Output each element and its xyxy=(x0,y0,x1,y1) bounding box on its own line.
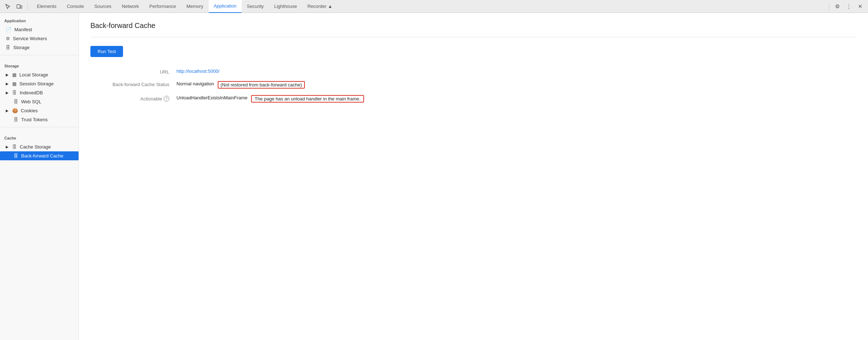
settings-icon[interactable]: ⚙ xyxy=(832,1,842,11)
divider-2 xyxy=(0,127,79,127)
back-forward-cache-icon: 🗄 xyxy=(14,153,18,159)
web-sql-icon: 🗄 xyxy=(14,99,18,104)
more-icon[interactable]: ⋮ xyxy=(844,1,854,11)
sidebar-item-cache-storage-label: Cache Storage xyxy=(20,144,51,150)
sidebar: Application 📄 Manifest ⚙ Service Workers… xyxy=(0,13,79,340)
actionable-badge: The page has an unload handler in the ma… xyxy=(251,95,364,103)
close-icon[interactable]: ✕ xyxy=(855,1,865,11)
tab-performance[interactable]: Performance xyxy=(144,0,181,13)
url-link[interactable]: http://localhost:5000/ xyxy=(176,69,220,74)
sidebar-item-indexeddb-label: IndexedDB xyxy=(20,90,43,95)
sidebar-item-session-storage-label: Session Storage xyxy=(19,81,53,86)
chevron-right-icon: ▶ xyxy=(6,73,9,77)
local-storage-icon: ▦ xyxy=(12,72,16,77)
tab-lighthouse[interactable]: Lighthouse xyxy=(269,0,302,13)
tabs-list: Elements Console Sources Network Perform… xyxy=(32,0,827,13)
indexeddb-icon: 🗄 xyxy=(12,90,17,95)
divider xyxy=(27,3,28,10)
sidebar-item-web-sql-label: Web SQL xyxy=(21,99,41,104)
divider-right xyxy=(829,3,829,10)
device-toggle-icon[interactable] xyxy=(14,1,24,11)
manifest-icon: 📄 xyxy=(6,27,11,32)
service-workers-icon: ⚙ xyxy=(6,36,10,41)
cache-status-normal-text: Normal navigation xyxy=(176,81,214,86)
divider-1 xyxy=(0,55,79,55)
tab-recorder[interactable]: Recorder ▲ xyxy=(302,0,338,13)
storage-app-icon: 🗄 xyxy=(6,45,10,50)
actionable-label-text: Actionable xyxy=(140,96,162,101)
svg-rect-0 xyxy=(17,5,20,8)
sidebar-item-manifest[interactable]: 📄 Manifest xyxy=(0,25,79,34)
sidebar-item-manifest-label: Manifest xyxy=(14,27,32,32)
cookies-icon: 🍪 xyxy=(12,108,18,113)
session-storage-icon: ▦ xyxy=(12,81,16,86)
sidebar-section-application: Application xyxy=(0,13,79,25)
sidebar-item-cache-storage[interactable]: ▶ 🗄 Cache Storage xyxy=(0,142,79,151)
tab-application[interactable]: Application xyxy=(209,0,242,13)
sidebar-item-storage-app[interactable]: 🗄 Storage xyxy=(0,43,79,52)
sidebar-item-back-forward-cache[interactable]: 🗄 Back-forward Cache xyxy=(0,151,79,160)
chevron-right-icon-4: ▶ xyxy=(6,109,9,113)
url-label: URL xyxy=(90,69,176,75)
sidebar-item-web-sql[interactable]: 🗄 Web SQL xyxy=(0,97,79,106)
sidebar-item-session-storage[interactable]: ▶ ▦ Session Storage xyxy=(0,79,79,88)
sidebar-item-back-forward-cache-label: Back-forward Cache xyxy=(21,153,63,159)
sidebar-item-cookies[interactable]: ▶ 🍪 Cookies xyxy=(0,106,79,115)
trust-tokens-icon: 🗄 xyxy=(14,117,18,122)
svg-rect-1 xyxy=(20,6,22,8)
content-area: Back-forward Cache Run Test URL http://l… xyxy=(79,13,868,340)
tab-console[interactable]: Console xyxy=(62,0,89,13)
sidebar-item-trust-tokens-label: Trust Tokens xyxy=(21,117,48,122)
actionable-value: UnloadHandlerExistsInMainFrame The page … xyxy=(176,95,413,103)
page-title: Back-forward Cache xyxy=(90,22,857,30)
sidebar-item-service-workers[interactable]: ⚙ Service Workers xyxy=(0,34,79,43)
run-test-button[interactable]: Run Test xyxy=(90,46,123,57)
sidebar-item-local-storage-label: Local Storage xyxy=(19,72,48,77)
tab-memory[interactable]: Memory xyxy=(181,0,209,13)
actionable-key-text: UnloadHandlerExistsInMainFrame xyxy=(176,95,247,100)
sidebar-item-local-storage[interactable]: ▶ ▦ Local Storage xyxy=(0,70,79,79)
sidebar-item-service-workers-label: Service Workers xyxy=(13,36,47,41)
tab-sources[interactable]: Sources xyxy=(89,0,117,13)
tab-bar: Elements Console Sources Network Perform… xyxy=(0,0,868,13)
cache-status-badge: (Not restored from back-forward cache) xyxy=(218,81,305,89)
inspect-icon[interactable] xyxy=(3,1,13,11)
main-layout: Application 📄 Manifest ⚙ Service Workers… xyxy=(0,13,868,340)
url-value: http://localhost:5000/ xyxy=(176,69,413,74)
chevron-right-icon-2: ▶ xyxy=(6,82,9,86)
sidebar-item-indexeddb[interactable]: ▶ 🗄 IndexedDB xyxy=(0,88,79,97)
tab-bar-left-icons xyxy=(3,1,29,11)
cache-status-value: Normal navigation (Not restored from bac… xyxy=(176,81,413,89)
actionable-label-cell: Actionable ? xyxy=(90,95,176,101)
cache-status-label: Back-forward Cache Status xyxy=(90,81,176,87)
chevron-right-icon-5: ▶ xyxy=(6,145,9,149)
sidebar-section-storage: Storage xyxy=(0,58,79,70)
cache-storage-icon: 🗄 xyxy=(12,144,17,150)
tab-security[interactable]: Security xyxy=(242,0,269,13)
tab-network[interactable]: Network xyxy=(117,0,145,13)
chevron-right-icon-3: ▶ xyxy=(6,91,9,95)
content-divider xyxy=(90,37,857,37)
sidebar-section-cache: Cache xyxy=(0,130,79,142)
tab-elements[interactable]: Elements xyxy=(32,0,62,13)
help-icon[interactable]: ? xyxy=(164,96,169,101)
info-grid: URL http://localhost:5000/ Back-forward … xyxy=(90,69,413,103)
sidebar-item-trust-tokens[interactable]: 🗄 Trust Tokens xyxy=(0,115,79,124)
sidebar-item-storage-app-label: Storage xyxy=(13,45,30,50)
tab-bar-right-icons: ⚙ ⋮ ✕ xyxy=(827,1,865,11)
sidebar-item-cookies-label: Cookies xyxy=(21,108,38,113)
